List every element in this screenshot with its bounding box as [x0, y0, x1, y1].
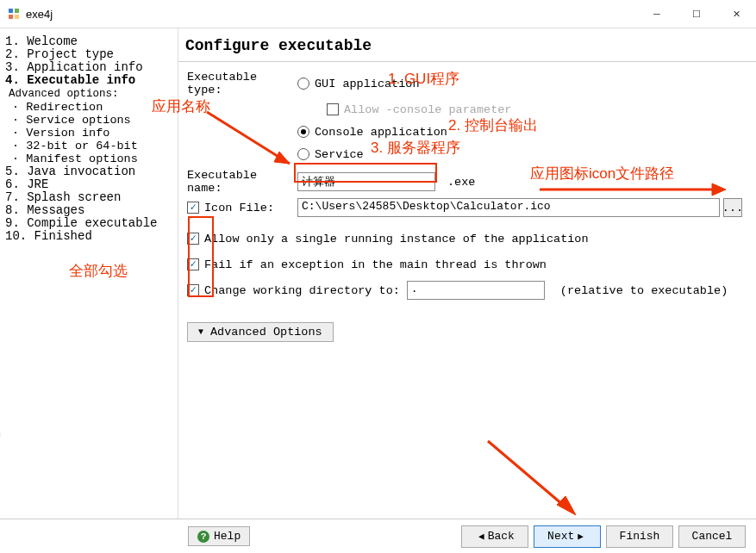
- step-application-info[interactable]: 3. Application info: [3, 61, 174, 74]
- finish-button[interactable]: Finish: [606, 525, 673, 548]
- step-finished[interactable]: 10. Finished: [3, 230, 174, 243]
- window-title: exe4j: [26, 8, 637, 21]
- next-button[interactable]: Next▶: [534, 525, 601, 548]
- svg-rect-2: [9, 15, 13, 19]
- checkbox-fail-exception[interactable]: [187, 258, 199, 270]
- minimize-button[interactable]: ─: [637, 0, 677, 28]
- checkbox-working-dir[interactable]: [187, 284, 199, 296]
- title-bar: exe4j ─ ☐ ✕: [0, 0, 756, 28]
- cancel-button[interactable]: Cancel: [678, 525, 746, 548]
- exec-name-input[interactable]: 计算器: [297, 172, 435, 191]
- step-manifest-options[interactable]: · Manifest options: [3, 152, 174, 165]
- app-icon: [7, 7, 21, 21]
- checkbox-icon-file[interactable]: [187, 202, 199, 214]
- radio-console-label: Console application: [315, 126, 447, 139]
- working-dir-input[interactable]: .: [407, 281, 545, 300]
- checkbox-single-instance[interactable]: [187, 233, 199, 245]
- icon-file-label: Icon File:: [204, 202, 297, 214]
- radio-service[interactable]: [297, 148, 309, 160]
- exec-name-label: Executable name:: [187, 169, 297, 195]
- step-executable-info[interactable]: 4. Executable info: [3, 74, 174, 87]
- browse-button[interactable]: ...: [723, 198, 742, 217]
- step-jre[interactable]: 6. JRE: [3, 178, 174, 191]
- close-button[interactable]: ✕: [716, 0, 756, 28]
- step-project-type[interactable]: 2. Project type: [3, 48, 174, 61]
- help-label: Help: [214, 530, 241, 543]
- step-version-info[interactable]: · Version info: [3, 127, 174, 140]
- content-pane: Configure executable Executable type: GU…: [178, 28, 756, 519]
- help-button[interactable]: ? Help: [188, 526, 250, 546]
- advanced-options-label: Advanced Options: [210, 326, 322, 339]
- step-compile-executable[interactable]: 9. Compile executable: [3, 217, 174, 230]
- step-splash-screen[interactable]: 7. Splash screen: [3, 191, 174, 204]
- step-redirection[interactable]: · Redirection: [3, 101, 174, 114]
- step-welcome[interactable]: 1. Welcome: [3, 35, 174, 48]
- svg-rect-0: [9, 9, 13, 13]
- exec-type-label: Executable type:: [187, 71, 297, 96]
- step-java-invocation[interactable]: 5. Java invocation: [3, 165, 174, 178]
- single-instance-label: Allow only a single running instance of …: [204, 233, 589, 245]
- fail-exception-label: Fail if an exception in the main thread …: [204, 258, 547, 271]
- exe-suffix: .exe: [447, 176, 475, 189]
- working-dir-hint: (relative to executable): [560, 284, 728, 297]
- icon-path-input[interactable]: C:\Users\24585\Desktop\Calculator.ico: [297, 198, 720, 217]
- arrow-left-icon: ◀: [478, 531, 484, 542]
- back-button[interactable]: ◀Back: [461, 525, 528, 548]
- svg-rect-1: [15, 9, 19, 13]
- step-32-64-bit[interactable]: · 32-bit or 64-bit: [3, 140, 174, 152]
- maximize-button[interactable]: ☐: [677, 0, 716, 28]
- radio-gui[interactable]: [297, 78, 309, 90]
- radio-console[interactable]: [297, 126, 309, 138]
- help-icon: ?: [197, 531, 209, 543]
- advanced-options-button[interactable]: ▼ Advanced Options: [187, 322, 334, 342]
- working-dir-label: Change working directory to:: [204, 284, 400, 297]
- radio-gui-label: GUI application: [315, 78, 420, 90]
- chevron-down-icon: ▼: [198, 327, 203, 337]
- step-service-options[interactable]: · Service options: [3, 114, 174, 127]
- wizard-footer: ? Help ◀Back Next▶ Finish Cancel: [0, 519, 756, 553]
- wizard-steps: 1. Welcome 2. Project type 3. Applicatio…: [0, 28, 178, 519]
- svg-rect-3: [15, 15, 19, 19]
- radio-service-label: Service: [315, 148, 364, 161]
- advanced-options-header: Advanced options:: [3, 88, 174, 101]
- step-messages[interactable]: 8. Messages: [3, 204, 174, 217]
- page-title: Configure executable: [178, 28, 756, 62]
- checkbox-allow-console[interactable]: [327, 103, 339, 115]
- allow-console-label: Allow -console parameter: [344, 103, 511, 116]
- arrow-right-icon: ▶: [578, 531, 584, 542]
